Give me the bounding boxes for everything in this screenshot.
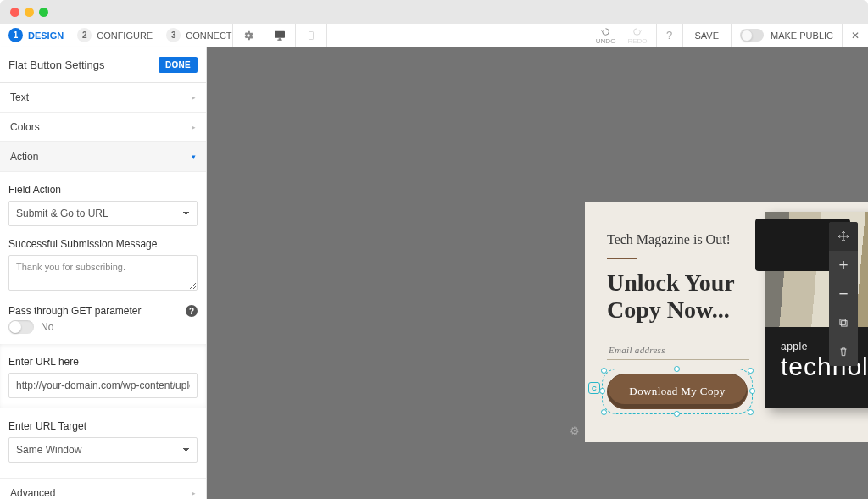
done-button[interactable]: DONE	[159, 57, 198, 73]
canvas-tools: + −	[829, 222, 858, 366]
chevron-down-icon: ▾	[192, 152, 196, 161]
step-number: 1	[8, 28, 23, 42]
resize-handle[interactable]	[748, 409, 754, 415]
accordion-advanced[interactable]: Advanced ▸	[0, 478, 206, 499]
canvas[interactable]: ⚙ Tech Magazine is Out! Unlock YourCopy …	[207, 47, 868, 499]
chevron-right-icon: ▸	[192, 489, 196, 497]
redo-button[interactable]: REDO	[627, 26, 647, 45]
window-zoom-dot[interactable]	[39, 8, 48, 17]
chevron-right-icon: ▸	[192, 123, 196, 131]
popup-preview[interactable]: ⚙ Tech Magazine is Out! Unlock YourCopy …	[585, 202, 868, 442]
settings-sidebar: Flat Button Settings DONE Text ▸ Colors …	[0, 47, 207, 499]
help-icon[interactable]: ?	[186, 305, 198, 317]
window-chrome	[0, 0, 868, 24]
step-design[interactable]: 1 DESIGN	[8, 28, 64, 42]
passthrough-label: Pass through GET parameter	[8, 305, 142, 317]
success-msg-label: Successful Submission Message	[8, 238, 198, 250]
field-action-label: Field Action	[8, 184, 198, 196]
make-public-toggle-group: MAKE PUBLIC	[732, 29, 842, 42]
gear-icon[interactable]: ⚙	[570, 424, 580, 437]
mobile-icon[interactable]	[296, 30, 326, 42]
step-number: 2	[77, 28, 92, 42]
make-public-toggle[interactable]	[740, 29, 764, 42]
accordion-action[interactable]: Action ▾	[0, 142, 206, 172]
make-public-label: MAKE PUBLIC	[771, 30, 833, 41]
svg-rect-1	[278, 38, 281, 39]
accordion-text[interactable]: Text ▸	[0, 83, 206, 113]
divider	[607, 258, 637, 259]
duplicate-tool[interactable]	[829, 308, 858, 337]
delete-tool[interactable]	[829, 337, 858, 366]
step-configure[interactable]: 2 CONFIGURE	[77, 28, 153, 42]
copy-badge-icon[interactable]: C	[588, 382, 600, 394]
top-toolbar: 1 DESIGN 2 CONFIGURE 3 CONNECT UNDO REDO	[0, 24, 868, 47]
url-target-label: Enter URL Target	[8, 420, 198, 432]
svg-rect-0	[275, 30, 285, 37]
url-input[interactable]	[8, 373, 198, 398]
success-msg-textarea[interactable]: Thank you for subscribing.	[8, 255, 198, 291]
svg-rect-3	[309, 31, 313, 39]
step-label: CONFIGURE	[97, 30, 153, 41]
url-target-section: Enter URL Target Same Window	[0, 408, 206, 463]
url-section: Enter URL here	[0, 344, 206, 408]
panel-title: Flat Button Settings	[8, 58, 104, 71]
field-action-section: Field Action Submit & Go to URL	[0, 172, 206, 226]
passthrough-toggle[interactable]	[8, 320, 34, 334]
undo-button[interactable]: UNDO	[596, 26, 616, 45]
move-tool[interactable]	[829, 222, 858, 251]
help-icon[interactable]: ?	[657, 29, 682, 42]
step-number: 3	[166, 28, 181, 42]
gear-icon[interactable]	[233, 30, 264, 42]
svg-rect-2	[277, 39, 281, 40]
save-button[interactable]: SAVE	[683, 30, 732, 41]
svg-rect-4	[842, 321, 847, 326]
step-label: DESIGN	[28, 30, 64, 41]
add-tool[interactable]: +	[829, 251, 858, 280]
selected-button-wrap[interactable]: C Download My Copy	[607, 374, 748, 409]
step-connect[interactable]: 3 CONNECT	[166, 28, 231, 42]
desktop-icon[interactable]	[264, 29, 295, 42]
passthrough-section: Pass through GET parameter ? No	[0, 293, 206, 334]
passthrough-value: No	[41, 321, 53, 333]
close-button[interactable]: ✕	[843, 30, 868, 42]
steps-nav: 1 DESIGN 2 CONFIGURE 3 CONNECT	[0, 28, 232, 42]
window-minimize-dot[interactable]	[25, 8, 34, 17]
svg-rect-5	[840, 319, 845, 324]
resize-handle[interactable]	[749, 388, 755, 394]
remove-tool[interactable]: −	[829, 280, 858, 308]
resize-handle[interactable]	[674, 411, 680, 417]
resize-handle[interactable]	[748, 368, 754, 374]
step-label: CONNECT	[186, 30, 231, 41]
success-msg-section: Successful Submission Message Thank you …	[0, 226, 206, 293]
window-close-dot[interactable]	[10, 8, 19, 17]
url-target-select[interactable]: Same Window	[8, 437, 198, 463]
undo-redo-group: UNDO REDO	[587, 26, 656, 45]
resize-handle[interactable]	[601, 409, 607, 415]
accordion-colors[interactable]: Colors ▸	[0, 113, 206, 142]
field-action-select[interactable]: Submit & Go to URL	[8, 201, 198, 226]
email-input[interactable]	[607, 341, 749, 360]
url-label: Enter URL here	[8, 356, 198, 368]
chevron-right-icon: ▸	[192, 93, 196, 102]
download-button[interactable]: Download My Copy	[607, 374, 748, 409]
